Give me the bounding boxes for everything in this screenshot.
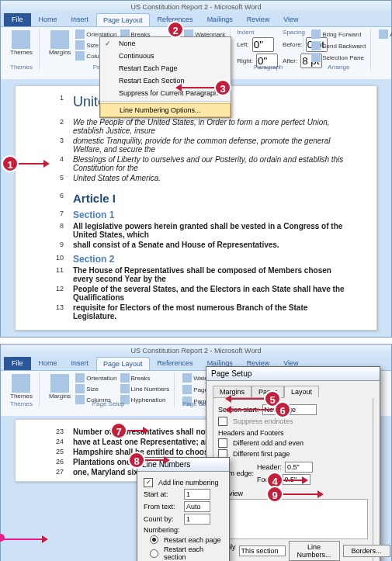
align-icon bbox=[379, 29, 388, 39]
tab-references-2[interactable]: References bbox=[151, 357, 199, 370]
dropdown-restart-page[interactable]: Restart Each Page bbox=[100, 62, 231, 74]
callout-9: 9 bbox=[266, 486, 283, 503]
callout-6: 6 bbox=[274, 401, 291, 418]
margins-button[interactable]: Margins bbox=[46, 29, 74, 63]
margins-icon bbox=[50, 374, 69, 393]
orientation-button-2[interactable]: Orientation bbox=[74, 372, 118, 383]
count-by-input[interactable] bbox=[184, 514, 210, 525]
tab-home-2[interactable]: Home bbox=[33, 357, 64, 370]
tab-file[interactable]: File bbox=[4, 13, 31, 26]
tab-home[interactable]: Home bbox=[33, 13, 64, 26]
themes-icon bbox=[12, 30, 30, 49]
tab-page-layout[interactable]: Page Layout bbox=[96, 13, 150, 26]
document-page-1: 1United titution 2We the People of the U… bbox=[15, 85, 377, 331]
callout-7: 7 bbox=[110, 422, 127, 439]
page-setup-tab-layout[interactable]: Layout bbox=[284, 386, 319, 398]
callout-1: 1 bbox=[2, 155, 19, 172]
indent-label: Indent bbox=[237, 29, 278, 36]
line-numbers-button-2[interactable]: Line Numbers bbox=[119, 383, 172, 394]
orientation-icon bbox=[75, 29, 85, 39]
titlebar: US Constitution Report 2 - Microsoft Wor… bbox=[1, 1, 391, 13]
selection-pane-icon bbox=[311, 53, 321, 62]
dropdown-options[interactable]: Line Numbering Options... bbox=[100, 103, 231, 117]
tab-page-layout-2[interactable]: Page Layout bbox=[96, 357, 150, 370]
send-backward-icon bbox=[311, 41, 321, 50]
page-setup-tab-margins[interactable]: Margins bbox=[213, 386, 252, 398]
margins-icon bbox=[50, 30, 69, 49]
tab-view[interactable]: View bbox=[277, 13, 304, 26]
callout-8: 8 bbox=[128, 452, 145, 469]
themes-icon bbox=[12, 374, 30, 393]
add-line-numbering-check[interactable] bbox=[144, 478, 155, 487]
tab-file-2[interactable]: File bbox=[4, 357, 31, 370]
dropdown-suppress[interactable]: Suppress for Current Paragraph bbox=[100, 87, 231, 99]
tab-insert[interactable]: Insert bbox=[65, 13, 95, 26]
dropdown-restart-section[interactable]: Restart Each Section bbox=[100, 74, 231, 87]
bring-forward-button[interactable]: Bring Forward bbox=[310, 29, 367, 40]
themes-button-2[interactable]: Themes bbox=[7, 372, 36, 401]
ribbon-tabs: File Home Insert Page Layout References … bbox=[1, 13, 391, 26]
send-backward-button[interactable]: Send Backward bbox=[310, 40, 367, 51]
line-numbers-dialog-button[interactable]: Line Numbers... bbox=[289, 541, 340, 561]
columns-icon bbox=[75, 51, 85, 61]
size-icon bbox=[75, 40, 85, 50]
breaks-button-2[interactable]: Breaks bbox=[119, 372, 172, 383]
page-setup-title: Page Setup bbox=[206, 367, 380, 381]
suppress-endnotes-check[interactable] bbox=[218, 417, 230, 426]
callout-2: 2 bbox=[167, 21, 184, 38]
line-numbers-dialog: Line Numbers Add line numbering Start at… bbox=[137, 457, 230, 561]
diff-odd-even-check[interactable] bbox=[218, 438, 230, 448]
dropdown-continuous[interactable]: Continuous bbox=[100, 50, 231, 62]
apply-to-select[interactable] bbox=[239, 545, 286, 556]
dropdown-none[interactable]: None bbox=[100, 37, 231, 50]
titlebar-2: US Constitution Report 2 - Microsoft Wor… bbox=[1, 345, 391, 357]
from-text-input[interactable] bbox=[184, 501, 210, 512]
preview-pane bbox=[218, 499, 368, 539]
bring-forward-icon bbox=[311, 29, 321, 39]
page-setup-dialog: Page Setup Margins Paper Layout Section … bbox=[206, 366, 380, 561]
indent-left-input[interactable] bbox=[252, 37, 274, 52]
borders-dialog-button[interactable]: Borders... bbox=[343, 545, 390, 557]
word-window-bottom: US Constitution Report 2 - Microsoft Wor… bbox=[0, 344, 392, 561]
tab-review[interactable]: Review bbox=[241, 13, 276, 26]
header-input[interactable] bbox=[285, 462, 313, 473]
word-window-top: US Constitution Report 2 - Microsoft Wor… bbox=[0, 0, 392, 338]
tab-mailings[interactable]: Mailings bbox=[201, 13, 239, 26]
tab-insert-2[interactable]: Insert bbox=[65, 357, 95, 370]
selection-pane-button[interactable]: Selection Pane bbox=[310, 52, 367, 63]
align-button[interactable]: Align bbox=[377, 29, 392, 40]
start-at-input[interactable] bbox=[184, 489, 210, 500]
restart-section-radio[interactable] bbox=[150, 549, 161, 558]
size-button-2[interactable]: Size bbox=[74, 383, 118, 394]
restart-page-radio[interactable] bbox=[150, 535, 161, 544]
themes-button[interactable]: Themes bbox=[7, 29, 36, 57]
callout-3: 3 bbox=[214, 79, 231, 96]
line-numbers-dropdown: None Continuous Restart Each Page Restar… bbox=[99, 36, 231, 118]
